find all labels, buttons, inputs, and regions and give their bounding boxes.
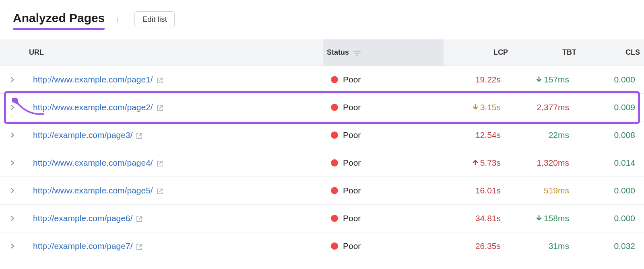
status-label: Poor bbox=[343, 186, 361, 195]
page-title: Analyzed Pages bbox=[13, 11, 105, 27]
title-underline bbox=[13, 28, 105, 30]
lcp-value: 3.15s bbox=[472, 103, 501, 112]
page-url-link[interactable]: http://www.example.com/page2/ bbox=[33, 103, 153, 112]
tbt-value: 2,377ms bbox=[537, 103, 569, 112]
status-label: Poor bbox=[343, 241, 361, 251]
table-row: http://www.example.com/page2/Poor3.15s2,… bbox=[0, 94, 644, 121]
trend-down-icon bbox=[536, 76, 542, 82]
page-url-link[interactable]: http://www.example.com/page4/ bbox=[33, 158, 153, 167]
status-label: Poor bbox=[343, 158, 361, 167]
tbt-value: 22ms bbox=[549, 130, 569, 140]
expand-row-icon[interactable] bbox=[10, 132, 15, 138]
col-status-label: Status bbox=[327, 48, 349, 56]
table-row: http://example.com/page7/Poor26.35s31ms0… bbox=[0, 232, 644, 260]
status-label: Poor bbox=[343, 75, 361, 84]
external-link-icon[interactable] bbox=[156, 188, 163, 195]
lcp-value: 5.73s bbox=[472, 158, 501, 167]
col-url-header[interactable]: URL bbox=[25, 39, 323, 66]
lcp-value: 26.35s bbox=[475, 241, 501, 251]
col-expand-header bbox=[0, 39, 25, 66]
trend-down-icon bbox=[472, 104, 479, 110]
external-link-icon[interactable] bbox=[156, 160, 163, 167]
expand-row-icon[interactable] bbox=[10, 105, 15, 110]
external-link-icon[interactable] bbox=[156, 105, 163, 112]
analyzed-pages-panel: Analyzed Pages i Edit list URL Status LC… bbox=[0, 0, 644, 260]
table-header-row: URL Status LCP TBT CLS bbox=[0, 39, 644, 66]
status-dot-icon bbox=[331, 131, 338, 139]
info-icon[interactable]: i bbox=[113, 15, 122, 24]
tbt-value: 31ms bbox=[549, 241, 569, 251]
table-row: http://example.com/page3/Poor12.54s22ms0… bbox=[0, 121, 644, 149]
tbt-value: 158ms bbox=[536, 214, 569, 223]
cls-value: 0.000 bbox=[614, 214, 635, 223]
table-row: http://www.example.com/page5/Poor16.01s5… bbox=[0, 177, 644, 205]
table-row: http://www.example.com/page4/Poor5.73s1,… bbox=[0, 149, 644, 177]
col-tbt-header[interactable]: TBT bbox=[512, 39, 580, 66]
tbt-value: 157ms bbox=[536, 75, 569, 84]
trend-down-icon bbox=[536, 215, 542, 221]
page-url-link[interactable]: http://example.com/page3/ bbox=[33, 130, 132, 140]
page-header: Analyzed Pages i Edit list bbox=[0, 0, 644, 31]
external-link-icon[interactable] bbox=[136, 216, 143, 223]
cls-value: 0.000 bbox=[614, 186, 635, 195]
col-lcp-header[interactable]: LCP bbox=[444, 39, 512, 66]
cls-value: 0.000 bbox=[614, 75, 635, 84]
col-status-header[interactable]: Status bbox=[323, 39, 444, 66]
external-link-icon[interactable] bbox=[136, 132, 143, 140]
page-url-link[interactable]: http://www.example.com/page1/ bbox=[33, 75, 153, 84]
expand-row-icon[interactable] bbox=[10, 188, 15, 193]
lcp-value: 16.01s bbox=[475, 186, 501, 195]
filter-icon bbox=[353, 51, 361, 55]
expand-row-icon[interactable] bbox=[10, 77, 15, 82]
tbt-value: 1,320ms bbox=[537, 158, 569, 167]
cls-value: 0.008 bbox=[614, 130, 635, 140]
lcp-value: 34.81s bbox=[475, 214, 501, 223]
expand-row-icon[interactable] bbox=[10, 243, 15, 249]
cls-value: 0.009 bbox=[614, 103, 635, 112]
expand-row-icon[interactable] bbox=[10, 216, 15, 221]
edit-list-button[interactable]: Edit list bbox=[134, 11, 174, 27]
col-cls-header[interactable]: CLS bbox=[580, 39, 644, 66]
table-row: http://www.example.com/page1/Poor19.22s1… bbox=[0, 66, 644, 94]
status-dot-icon bbox=[331, 187, 338, 194]
external-link-icon[interactable] bbox=[136, 243, 143, 251]
lcp-value: 19.22s bbox=[475, 75, 501, 84]
page-url-link[interactable]: http://www.example.com/page5/ bbox=[33, 186, 153, 195]
status-label: Poor bbox=[343, 103, 361, 112]
expand-row-icon[interactable] bbox=[10, 160, 15, 166]
status-dot-icon bbox=[331, 104, 338, 111]
table-row: http://example.com/page6/Poor34.81s158ms… bbox=[0, 205, 644, 232]
analyzed-pages-table: URL Status LCP TBT CLS http://www.exampl… bbox=[0, 39, 644, 260]
cls-value: 0.014 bbox=[614, 158, 635, 167]
tbt-value: 519ms bbox=[544, 186, 569, 195]
cls-value: 0.032 bbox=[614, 241, 635, 251]
status-label: Poor bbox=[343, 130, 361, 140]
page-title-wrap: Analyzed Pages bbox=[13, 11, 105, 27]
status-dot-icon bbox=[331, 76, 338, 83]
lcp-value: 12.54s bbox=[475, 130, 501, 140]
status-dot-icon bbox=[331, 242, 338, 250]
status-dot-icon bbox=[331, 215, 338, 222]
external-link-icon[interactable] bbox=[156, 77, 163, 84]
page-url-link[interactable]: http://example.com/page7/ bbox=[33, 241, 132, 251]
status-dot-icon bbox=[331, 159, 338, 166]
status-label: Poor bbox=[343, 214, 361, 223]
page-url-link[interactable]: http://example.com/page6/ bbox=[33, 214, 132, 223]
trend-up-icon bbox=[472, 159, 479, 166]
